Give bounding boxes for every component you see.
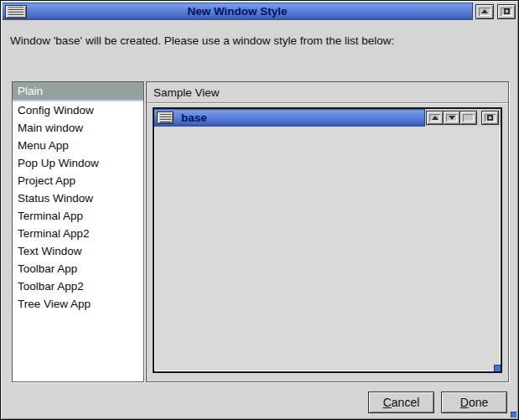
sample-window-content — [154, 127, 501, 371]
sample-arrow-down-button — [443, 111, 460, 125]
sample-arrow-up-button — [426, 111, 444, 125]
maximize-button[interactable] — [497, 4, 516, 19]
style-item-menu-app[interactable]: Menu App — [13, 137, 143, 154]
instruction-text: Window 'base' will be created. Please us… — [10, 34, 394, 47]
sample-window-titlebar: base — [154, 109, 501, 127]
sample-window-preview: base — [153, 107, 502, 373]
style-item-text-window[interactable]: Text Window — [13, 242, 143, 260]
arrow-down-icon — [449, 116, 455, 120]
style-item-terminal-app2[interactable]: Terminal App2 — [13, 225, 143, 242]
maximize-square-icon — [504, 8, 510, 14]
titlebar: New Window Style — [3, 3, 516, 20]
done-button-label: Done — [460, 396, 488, 409]
style-item-toolbar-app2[interactable]: Toolbar App2 — [13, 277, 143, 295]
arrow-up-icon — [432, 116, 439, 120]
style-item-config-window[interactable]: Config Window — [13, 101, 143, 119]
sample-window-menu-button — [157, 111, 174, 124]
sample-maximize-button — [481, 111, 499, 125]
window-menu-icon — [160, 114, 171, 122]
sample-view-panel: Sample View base — [146, 81, 509, 382]
done-button[interactable]: Done — [441, 391, 507, 413]
style-item-project-app[interactable]: Project App — [13, 172, 143, 189]
resize-grip — [494, 365, 501, 371]
sample-window-buttons — [425, 109, 501, 127]
window-menu-icon — [8, 7, 23, 16]
style-item-pop-up-window[interactable]: Pop Up Window — [13, 154, 143, 172]
sample-view-separator — [147, 102, 508, 103]
style-item-status-window[interactable]: Status Window — [13, 189, 143, 207]
titlebar-drag-area[interactable]: New Window Style — [3, 3, 473, 20]
style-item-plain[interactable]: Plain — [13, 82, 143, 101]
style-item-tree-view-app[interactable]: Tree View App — [13, 295, 143, 313]
style-item-terminal-app[interactable]: Terminal App — [13, 207, 143, 225]
new-window-style-dialog: New Window Style Window 'base' will be c… — [0, 0, 519, 420]
shade-button[interactable] — [475, 4, 494, 19]
titlebar-buttons — [473, 3, 516, 20]
sample-blank-button — [459, 111, 477, 125]
window-title: New Window Style — [3, 5, 472, 18]
style-item-main-window[interactable]: Main window — [13, 119, 143, 137]
style-item-toolbar-app[interactable]: Toolbar App — [13, 260, 143, 277]
cancel-button-label: Cancel — [383, 396, 420, 409]
sample-window-title: base — [181, 111, 207, 124]
action-bar: Cancel Done — [1, 391, 507, 413]
dialog-resize-grip[interactable] — [511, 412, 516, 417]
cancel-button[interactable]: Cancel — [368, 391, 434, 413]
shade-triangle-icon — [481, 9, 488, 13]
window-style-list[interactable]: Plain Config Window Main window Menu App… — [12, 81, 144, 382]
sample-view-label: Sample View — [147, 82, 508, 102]
blank-button-icon — [463, 114, 474, 122]
sample-window-titlebar-blue: base — [154, 109, 425, 127]
window-menu-button[interactable] — [5, 5, 27, 18]
maximize-square-icon — [487, 115, 493, 121]
